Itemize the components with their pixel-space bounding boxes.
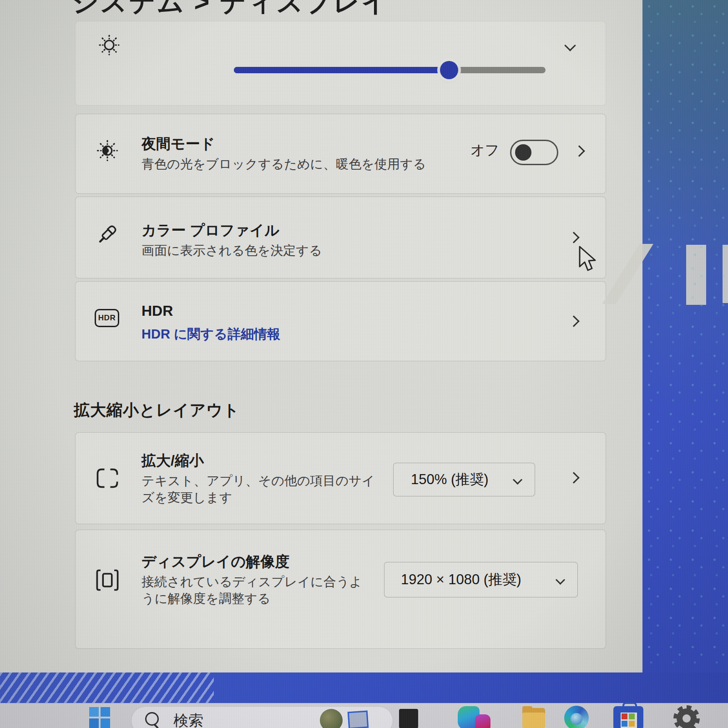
resolution-dropdown-value: 1920 × 1080 (推奨) <box>401 570 521 589</box>
edge-browser-icon[interactable] <box>564 706 589 728</box>
hdr-row[interactable]: HDR HDR HDR に関する詳細情報 <box>75 281 606 361</box>
taskbar: 検索 <box>0 703 728 728</box>
night-mode-status: オフ <box>470 141 499 160</box>
night-mode-chevron-right-icon[interactable] <box>573 145 585 157</box>
scale-description: テキスト、アプリ、その他の項目のサイズを変更します <box>142 473 387 506</box>
scale-row[interactable]: 拡大/縮小 テキスト、アプリ、その他の項目のサイズを変更します 150% (推奨… <box>75 432 606 524</box>
color-profile-chevron-right-icon[interactable] <box>568 232 579 243</box>
start-button[interactable] <box>89 707 110 728</box>
scale-icon <box>95 465 120 491</box>
brightness-icon <box>97 33 121 57</box>
hdr-chevron-right-icon[interactable] <box>568 315 579 327</box>
color-profile-description: 画面に表示される色を決定する <box>142 243 322 259</box>
night-mode-toggle[interactable] <box>510 140 558 165</box>
resolution-dropdown-chevron-down-icon <box>556 575 565 584</box>
brightness-slider-knob[interactable] <box>440 61 458 79</box>
hdr-title: HDR <box>142 303 173 319</box>
search-box[interactable]: 検索 <box>131 706 393 728</box>
scale-title: 拡大/縮小 <box>142 451 204 471</box>
file-explorer-icon[interactable] <box>522 708 545 728</box>
page-title: システム > ディスプレイ <box>72 0 390 20</box>
brightness-slider-fill <box>234 67 449 73</box>
night-mode-row[interactable]: 夜間モード 青色の光をブロックするために、暖色を使用する オフ <box>75 114 606 194</box>
brightness-expand-chevron-down-icon[interactable] <box>564 40 576 51</box>
settings-window: システム > ディスプレイ <box>0 0 642 672</box>
scale-dropdown-chevron-down-icon <box>513 475 522 484</box>
scale-dropdown[interactable]: 150% (推奨) <box>393 463 535 496</box>
hdr-icon: HDR <box>95 309 119 327</box>
resolution-dropdown[interactable]: 1920 × 1080 (推奨) <box>384 562 578 597</box>
search-highlight-monitor-icon <box>348 711 369 728</box>
search-icon <box>145 712 159 726</box>
scale-dropdown-value: 150% (推奨) <box>411 470 489 489</box>
resolution-icon <box>95 567 120 593</box>
taskbar-app-icon[interactable] <box>399 709 418 728</box>
desktop-wallpaper-strip <box>0 672 728 703</box>
copilot-icon[interactable] <box>458 706 491 728</box>
resolution-description: 接続されているディスプレイに合うように解像度を調整する <box>142 574 369 607</box>
microsoft-store-icon[interactable] <box>613 706 643 728</box>
wallpaper-letter <box>686 245 706 305</box>
resolution-title: ディスプレイの解像度 <box>142 552 289 572</box>
night-light-icon <box>95 138 120 163</box>
scale-chevron-right-icon[interactable] <box>568 472 579 483</box>
wallpaper-letter <box>723 245 728 303</box>
mouse-cursor <box>577 245 601 275</box>
search-highlight-icon <box>320 709 343 728</box>
hdr-info-link[interactable]: HDR に関する詳細情報 <box>142 325 280 344</box>
color-profile-row[interactable]: カラー プロファイル 画面に表示される色を決定する <box>75 197 606 278</box>
search-label: 検索 <box>173 711 203 728</box>
resolution-row[interactable]: ディスプレイの解像度 接続されているディスプレイに合うように解像度を調整する 1… <box>75 530 606 649</box>
eyedropper-icon <box>95 222 120 247</box>
night-mode-description: 青色の光をブロックするために、暖色を使用する <box>142 156 426 173</box>
brightness-slider[interactable] <box>234 67 546 73</box>
brightness-card[interactable] <box>75 21 606 106</box>
color-profile-title: カラー プロファイル <box>142 221 279 241</box>
night-mode-toggle-knob <box>515 144 531 161</box>
desktop-wallpaper <box>642 0 728 672</box>
settings-gear-icon[interactable] <box>673 705 700 728</box>
scale-layout-section-heading: 拡大縮小とレイアウト <box>74 399 240 421</box>
night-mode-title: 夜間モード <box>142 134 215 154</box>
